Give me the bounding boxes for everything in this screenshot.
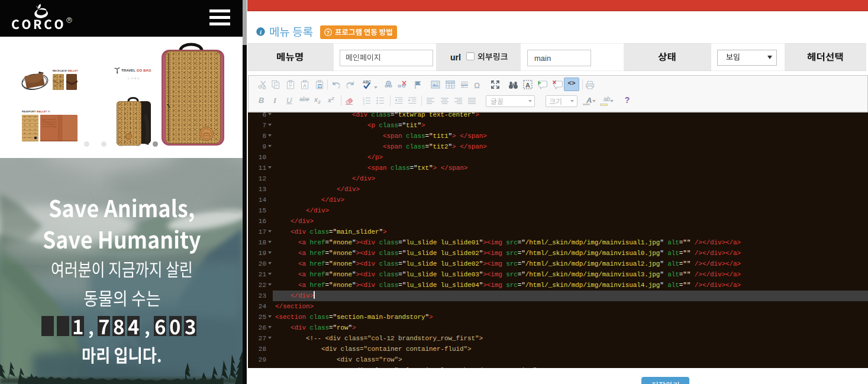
svg-text:?: ? xyxy=(327,30,330,36)
svg-text:Ω: Ω xyxy=(474,80,480,89)
svg-text:A: A xyxy=(462,85,464,89)
svg-text:3: 3 xyxy=(363,102,364,105)
svg-text:A: A xyxy=(525,82,530,89)
svg-text:A: A xyxy=(303,83,307,89)
svg-text:W: W xyxy=(318,84,322,88)
svg-text:R: R xyxy=(68,18,71,22)
